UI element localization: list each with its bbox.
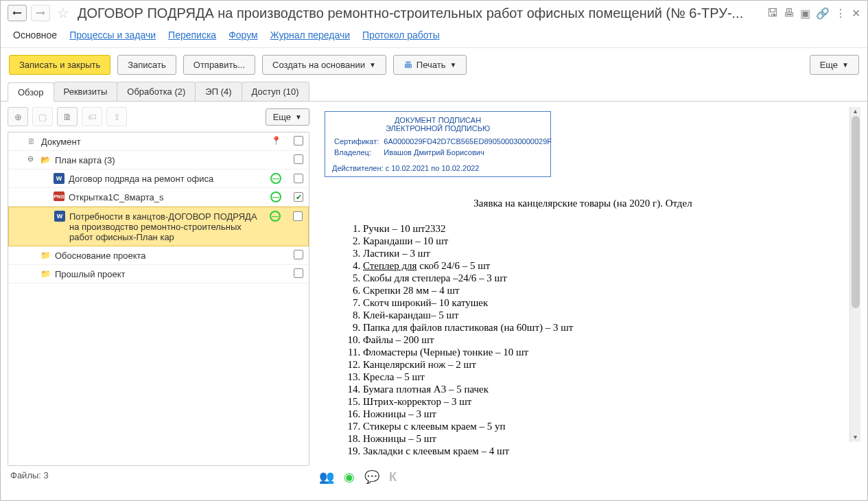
png-icon: PNG [54, 191, 64, 201]
create-based-label: Создать на основании [272, 60, 365, 70]
doc-item: Степлер для скоб 24/6 – 5 шт [363, 260, 830, 272]
doc-item: Ручки – 10 шт2332 [363, 223, 830, 235]
tree-file-contract[interactable]: W Договор подряда на ремонт офиса [8, 170, 309, 188]
tree-file-needs[interactable]: W Потребности в канцтов-ДОГОВОР ПОДРЯДА … [8, 207, 309, 246]
tab-forum[interactable]: Форум [228, 30, 258, 40]
scroll-up-icon[interactable]: ▴ [850, 107, 860, 115]
tree-folder-plan[interactable]: ⊖ 📂 План карта (3) [8, 151, 309, 170]
file-tree: 🗎 Документ 📍 ⊖ 📂 План карта (3) [8, 132, 309, 466]
checkbox[interactable] [294, 250, 303, 259]
send-button[interactable]: Отправить... [183, 55, 255, 75]
checkbox[interactable] [294, 192, 303, 202]
create-based-button[interactable]: Создать на основании ▼ [262, 55, 386, 75]
doc-item: Канцелярский нож – 2 шт [363, 359, 830, 371]
checkbox[interactable] [294, 136, 303, 145]
printer-icon: 🖶 [403, 60, 412, 70]
doc-item: Ножницы – 3 шт [363, 408, 830, 420]
tab-processes[interactable]: Процессы и задачи [69, 30, 156, 40]
subtab-processing[interactable]: Обработка (2) [117, 82, 196, 101]
tree-folder-justification[interactable]: 📁 Обоснование проекта [8, 246, 309, 265]
pin-icon: 📍 [271, 136, 281, 145]
save-button[interactable]: Записать [117, 55, 176, 75]
tree-file-postcard[interactable]: PNG Открытка1С_8марта_s [8, 188, 309, 207]
save-icon[interactable]: 🖫 [767, 7, 778, 19]
cursor-icon[interactable]: К [389, 470, 397, 485]
tab-work-protocol[interactable]: Протокол работы [362, 30, 440, 40]
link-icon[interactable]: 🔗 [816, 7, 830, 20]
chat-icon[interactable]: 💬 [364, 469, 379, 485]
favorite-icon[interactable]: ☆ [57, 5, 69, 21]
checkbox[interactable] [294, 174, 303, 183]
tab-main[interactable]: Основное [13, 30, 57, 40]
more-button[interactable]: Еще ▼ [810, 55, 859, 75]
caret-down-icon: ▼ [295, 113, 302, 121]
doc-item: Папка для файлов пластиковая (на 60шт) –… [363, 322, 830, 334]
users-icon[interactable]: 👥 [319, 469, 334, 485]
print-button[interactable]: 🖶 Печать ▼ [393, 55, 467, 75]
caret-down-icon: ▼ [369, 61, 376, 69]
subtab-details[interactable]: Реквизиты [54, 82, 118, 101]
files-count: Файлы: 3 [8, 466, 309, 485]
preview-scrollbar[interactable]: ▴ ▾ [849, 107, 860, 442]
tree-folder-previous[interactable]: 📁 Прошлый проект [8, 265, 309, 283]
forward-button[interactable]: 🠖 [31, 5, 50, 21]
signature-icon [270, 191, 281, 202]
page-title: ДОГОВОР ПОДРЯДА на производство ремонтно… [78, 5, 763, 21]
doc-item: Скотч широкий– 10 катушек [363, 297, 830, 309]
checkbox[interactable] [294, 154, 303, 164]
doc-item: Клей-карандаш– 5 шт [363, 310, 830, 321]
doc-title: Заявка на канцелярские товары (на 2020 г… [336, 198, 830, 209]
back-button[interactable]: 🠔 [8, 5, 27, 21]
doc-item: Скрепки 28 мм – 4 шт [363, 285, 830, 296]
tree-root[interactable]: 🗎 Документ 📍 [8, 132, 309, 151]
collapse-icon[interactable]: ⊖ [27, 154, 36, 163]
checkbox[interactable] [294, 268, 303, 278]
tree-more-button[interactable]: Еще ▼ [266, 108, 309, 126]
document-preview: ДОКУМЕНТ ПОДПИСАН ЭЛЕКТРОННОЙ ПОДПИСЬЮ С… [316, 104, 860, 465]
caret-down-icon: ▼ [842, 61, 849, 69]
doc-item: Ластики – 3 шт [363, 248, 830, 259]
doc-item: Ножницы – 5 шт [363, 433, 830, 445]
doc-item: Кресла – 5 шт [363, 371, 830, 383]
folder-open-icon: 📂 [40, 154, 51, 165]
doc-item: Фломастеры (Черные) тонкие – 10 шт [363, 347, 830, 358]
save-close-button[interactable]: Записать и закрыть [9, 55, 110, 75]
doc-item: Стикеры с клеевым краем – 5 уп [363, 421, 830, 432]
doc-item: Штрих-корректор – 3 шт [363, 396, 830, 408]
more-label: Еще [820, 60, 838, 70]
doc-item: Файлы – 200 шт [363, 334, 830, 346]
tab-transfer-log[interactable]: Журнал передачи [270, 30, 350, 40]
more-menu-icon[interactable]: ⋮ [835, 7, 846, 20]
word-icon: W [54, 173, 64, 184]
doc-item: Закладки с клеевым краем – 4 шт [363, 445, 830, 457]
print-label: Печать [417, 60, 446, 70]
scroll-down-icon[interactable]: ▾ [850, 433, 860, 441]
signature-icon [270, 211, 281, 222]
folder-icon: 📁 [40, 250, 51, 261]
close-icon[interactable]: ✕ [852, 7, 860, 20]
signature-icon [270, 173, 281, 184]
signature-stamp: ДОКУМЕНТ ПОДПИСАН ЭЛЕКТРОННОЙ ПОДПИСЬЮ С… [325, 111, 551, 177]
signature-status-icon[interactable]: ◉ [344, 469, 355, 485]
doc-item: Скобы для степлера –24/6 – 3 шт [363, 272, 830, 284]
add-button[interactable]: ⊕ [8, 107, 28, 126]
scroll-thumb[interactable] [852, 116, 860, 308]
tab-correspondence[interactable]: Переписка [168, 30, 216, 40]
copy-button[interactable]: ▢ [32, 107, 53, 126]
new-doc-button[interactable]: 🗎 [57, 107, 78, 126]
subtab-overview[interactable]: Обзор [8, 82, 54, 102]
subtab-access[interactable]: Доступ (10) [242, 82, 309, 101]
subtab-ep[interactable]: ЭП (4) [195, 82, 242, 101]
folder-icon: 📁 [40, 268, 51, 279]
upload-button[interactable]: ⇪ [106, 107, 127, 126]
report-icon[interactable]: ▣ [800, 7, 810, 20]
tag-button[interactable]: 🏷 [82, 107, 102, 126]
word-icon: W [54, 211, 65, 222]
doc-item-list: Ручки – 10 шт2332Карандаши – 10 штЛастик… [336, 223, 830, 457]
doc-item: Карандаши – 10 шт [363, 235, 830, 247]
print-icon[interactable]: 🖶 [784, 7, 795, 19]
checkbox[interactable] [293, 211, 303, 221]
document-icon: 🗎 [26, 136, 37, 147]
doc-item: Бумага плотная А3 – 5 пачек [363, 384, 830, 395]
caret-down-icon: ▼ [449, 61, 456, 69]
